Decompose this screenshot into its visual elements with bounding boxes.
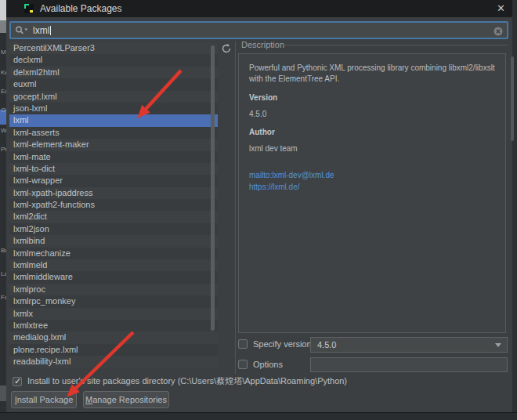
install-to-user-checkbox[interactable] xyxy=(13,377,22,386)
package-list[interactable]: PercentilXMLParser3declxmldelxml2htmleux… xyxy=(9,42,218,368)
manage-repositories-button[interactable]: Manage Repositories xyxy=(83,391,169,408)
list-item[interactable]: lxml2dict xyxy=(9,211,218,223)
list-item[interactable]: readability-lxml xyxy=(9,356,218,368)
chevron-down-icon xyxy=(495,343,501,347)
background-window-edge xyxy=(0,412,517,420)
version-label: Version xyxy=(249,92,495,103)
refresh-icon[interactable] xyxy=(221,43,232,54)
description-panel: Powerful and Pythonic XML processing lib… xyxy=(238,53,506,333)
options-input[interactable] xyxy=(310,357,508,372)
package-summary: Powerful and Pythonic XML processing lib… xyxy=(249,63,495,85)
options-checkbox[interactable] xyxy=(238,360,248,369)
search-input[interactable]: lxml xyxy=(9,21,508,39)
list-scrollbar[interactable] xyxy=(211,45,215,331)
list-item[interactable]: lxml-asserts xyxy=(9,127,218,139)
list-item[interactable]: lxmlxtree xyxy=(9,320,218,331)
specify-version-checkbox[interactable] xyxy=(238,339,248,349)
version-dropdown-value: 4.5.0 xyxy=(317,340,495,349)
list-item[interactable]: lxml-mate xyxy=(9,151,218,163)
list-item[interactable]: lxmlrpc_monkey xyxy=(9,295,218,307)
list-item[interactable]: medialog.lxml xyxy=(9,331,218,343)
author-label: Author xyxy=(249,127,495,138)
list-item[interactable]: lxml-xpath2-functions xyxy=(9,199,218,211)
list-item[interactable]: lxml2json xyxy=(9,223,218,235)
panel-separator xyxy=(235,42,236,374)
list-item[interactable]: plone.recipe.lxml xyxy=(9,344,218,356)
list-item[interactable]: lxml-wrapper xyxy=(9,175,218,186)
version-value: 4.5.0 xyxy=(249,109,495,120)
background-block xyxy=(0,0,6,20)
list-item[interactable]: json-lxml xyxy=(9,103,218,114)
homepage-link[interactable]: https://lxml.de/ xyxy=(249,182,495,194)
options-row: Options xyxy=(238,360,283,369)
list-item[interactable]: lxmlx xyxy=(9,308,218,320)
install-to-user-row: Install to user's site packages director… xyxy=(13,375,347,387)
options-label: Options xyxy=(253,360,283,369)
background-block xyxy=(0,20,6,33)
install-package-button[interactable]: Install Package xyxy=(11,391,77,408)
list-item[interactable]: PercentilXMLParser3 xyxy=(9,42,218,54)
list-item[interactable]: lxmlmeld xyxy=(9,259,218,271)
list-item[interactable]: lxmlproc xyxy=(9,284,218,295)
list-item[interactable]: lxml-xpath-ipaddress xyxy=(9,187,218,199)
version-dropdown[interactable]: 4.5.0 xyxy=(310,337,508,353)
mailto-link[interactable]: mailto:lxml-dev@lxml.de xyxy=(249,170,495,182)
dialog-title: Available Packages xyxy=(40,3,122,14)
specify-version-row: Specify version xyxy=(238,339,312,349)
search-query-text: lxml xyxy=(33,25,49,36)
titled-border-line xyxy=(282,45,508,45)
list-item[interactable]: gocept.lxml xyxy=(9,91,218,103)
clear-search-icon[interactable] xyxy=(494,25,503,34)
list-item[interactable]: lxml xyxy=(9,114,218,126)
list-item[interactable]: lxmlbind xyxy=(9,235,218,247)
install-to-user-label: Install to user's site packages director… xyxy=(27,375,347,387)
text-caret xyxy=(50,26,51,35)
list-item[interactable]: lxmlmiddleware xyxy=(9,271,218,283)
description-panel-title: Description xyxy=(241,40,284,49)
list-item[interactable]: lxmlmechanize xyxy=(9,248,218,259)
author-value: lxml dev team xyxy=(249,143,495,154)
specify-version-label: Specify version xyxy=(253,339,312,349)
list-item[interactable]: declxml xyxy=(9,54,218,66)
available-packages-dialog: Available Packages ✕ lxml PercentilXMLPa… xyxy=(6,0,512,412)
description-scrollbar[interactable] xyxy=(511,56,514,141)
background-text-fragment: M xyxy=(1,49,6,56)
list-item[interactable]: euxml xyxy=(9,78,218,90)
list-item[interactable]: lxml-element-maker xyxy=(9,139,218,150)
search-icon[interactable] xyxy=(15,25,29,36)
background-block xyxy=(0,386,6,401)
list-item[interactable]: lxml-to-dict xyxy=(9,163,218,175)
list-item[interactable]: delxml2html xyxy=(9,67,218,78)
close-icon[interactable]: ✕ xyxy=(497,2,505,16)
dialog-titlebar[interactable]: Available Packages ✕ xyxy=(6,0,512,17)
pycharm-icon xyxy=(24,4,34,13)
